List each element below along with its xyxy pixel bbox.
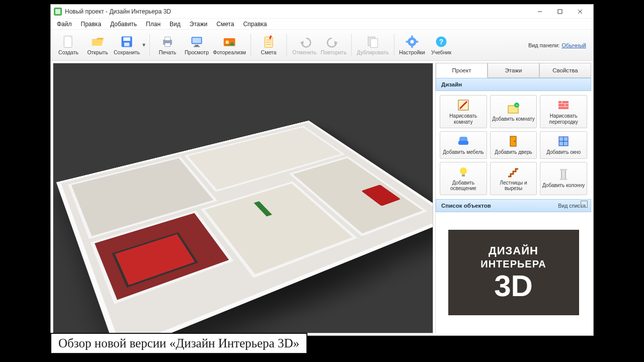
duplicate-label: Дублировать	[357, 50, 388, 56]
tutorial-label: Учебник	[431, 50, 451, 56]
panel-view-selector: Вид панели: Обычный	[528, 42, 590, 48]
menu-help[interactable]: Справка	[239, 20, 271, 29]
menu-floors[interactable]: Этажи	[186, 20, 211, 29]
svg-point-48	[514, 141, 516, 142]
undo-button[interactable]: Отменить	[290, 32, 319, 58]
svg-rect-53	[462, 174, 465, 176]
svg-rect-54	[561, 170, 566, 179]
open-label: Открыть	[87, 50, 108, 56]
menu-estimate[interactable]: Смета	[212, 20, 238, 29]
estimate-button[interactable]: Смета	[254, 32, 283, 58]
maximize-button[interactable]	[550, 6, 570, 17]
printer-icon	[160, 35, 175, 49]
photoreal-button[interactable]: Фотореализм	[211, 32, 248, 58]
add-furniture-label: Добавить мебель	[443, 149, 484, 155]
print-label: Печать	[159, 50, 176, 56]
tab-floors[interactable]: Этажи	[488, 63, 539, 78]
application-window: Новый проект - Дизайн Интерьера 3D Файл …	[50, 4, 594, 336]
window-icon	[557, 135, 570, 148]
svg-rect-46	[458, 141, 468, 145]
photoreal-label: Фотореализм	[213, 50, 246, 56]
preview-button[interactable]: Просмотр	[182, 32, 211, 58]
duplicate-icon	[366, 35, 380, 49]
svg-rect-16	[195, 45, 199, 46]
pencil-room-icon	[457, 99, 470, 112]
redo-label: Повторить	[320, 50, 346, 56]
separator	[286, 34, 287, 57]
svg-text:?: ?	[439, 38, 444, 46]
menu-add[interactable]: Добавить	[106, 20, 141, 29]
redo-button[interactable]: Повторить	[319, 32, 348, 58]
create-button[interactable]: Создать	[54, 32, 83, 58]
menu-file[interactable]: Файл	[53, 20, 76, 29]
add-room-label: Добавить комнату	[492, 116, 534, 122]
open-button[interactable]: Открыть	[83, 32, 112, 58]
preview-label: Просмотр	[185, 50, 209, 56]
window-title: Новый проект - Дизайн Интерьера 3D	[65, 8, 530, 15]
monitor-icon	[190, 35, 204, 49]
logo-line3: 3D	[494, 271, 533, 301]
add-room-icon: +	[507, 102, 520, 115]
save-icon	[120, 35, 134, 49]
svg-rect-17	[194, 46, 200, 47]
save-label: Сохранить	[114, 50, 140, 56]
svg-rect-6	[64, 36, 72, 47]
svg-point-19	[225, 40, 229, 44]
object-list: ДИЗАЙН ИНТЕРЬЕРА 3D	[436, 212, 591, 334]
svg-rect-32	[411, 45, 413, 48]
save-button[interactable]: Сохранить	[112, 32, 141, 58]
toolbar: Создать Открыть Сохранить ▾ Печать Просм…	[51, 30, 593, 61]
svg-rect-12	[165, 37, 171, 40]
settings-button[interactable]: Настройки	[397, 32, 427, 58]
design-panel-header: Дизайн	[436, 78, 591, 91]
folder-open-icon	[91, 35, 105, 49]
stairs-button[interactable]: Лестницы и вырезы	[490, 162, 537, 195]
svg-rect-33	[406, 41, 409, 43]
duplicate-button[interactable]: Дублировать	[355, 32, 391, 58]
objects-header-label: Список объектов	[441, 203, 491, 209]
close-button[interactable]	[570, 6, 590, 17]
print-button[interactable]: Печать	[153, 32, 182, 58]
draw-partition-label: Нарисовать перегородку	[541, 113, 586, 125]
svg-point-52	[460, 167, 467, 174]
svg-text:+: +	[516, 103, 518, 108]
create-label: Создать	[58, 50, 78, 56]
add-furniture-button[interactable]: Добавить мебель	[440, 131, 487, 159]
help-icon: ?	[434, 35, 448, 49]
draw-partition-button[interactable]: Нарисовать перегородку	[540, 95, 587, 128]
notepad-icon	[262, 35, 276, 49]
add-light-button[interactable]: Добавить освещение	[440, 162, 487, 195]
separator	[351, 34, 352, 57]
logo-line2: ИНТЕРЬЕРА	[480, 258, 546, 270]
menu-plan[interactable]: План	[142, 20, 165, 29]
panel-view-link[interactable]: Обычный	[561, 42, 586, 48]
lightbulb-icon	[457, 165, 470, 178]
svg-rect-1	[55, 9, 60, 14]
list-view-icon[interactable]	[581, 201, 588, 208]
draw-room-button[interactable]: Нарисовать комнату	[440, 95, 487, 128]
stairs-icon	[507, 165, 520, 178]
svg-rect-9	[123, 37, 130, 41]
add-window-button[interactable]: Добавить окно	[540, 131, 587, 159]
panel-view-label: Вид панели:	[528, 42, 559, 48]
tutorial-button[interactable]: ? Учебник	[427, 32, 456, 58]
menu-edit[interactable]: Правка	[77, 20, 106, 29]
app-icon	[54, 8, 62, 16]
save-dropdown[interactable]: ▾	[141, 32, 146, 58]
svg-rect-56	[560, 178, 567, 180]
add-column-button[interactable]: Добавить колонну	[540, 162, 587, 195]
add-door-button[interactable]: Добавить дверь	[490, 131, 537, 159]
undo-icon	[297, 35, 311, 49]
title-bar: Новый проект - Дизайн Интерьера 3D	[51, 5, 593, 19]
minimize-button[interactable]	[530, 6, 550, 17]
sidebar: Проект Этажи Свойства Дизайн Нарисовать …	[435, 63, 591, 333]
floorplan-render	[53, 63, 433, 333]
add-room-button[interactable]: + Добавить комнату	[490, 95, 537, 128]
viewport-3d[interactable]	[53, 63, 433, 333]
door-icon	[507, 135, 520, 148]
tab-project[interactable]: Проект	[436, 63, 488, 78]
tab-properties[interactable]: Свойства	[539, 63, 591, 78]
menu-view[interactable]: Вид	[166, 20, 185, 29]
add-column-label: Добавить колонну	[542, 183, 585, 189]
svg-rect-31	[411, 35, 413, 38]
